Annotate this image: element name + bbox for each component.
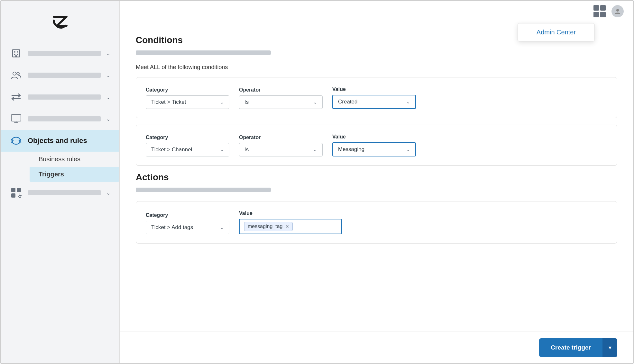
- value-select-1[interactable]: Created ⌄: [332, 95, 416, 109]
- action-category-chevron: ⌄: [220, 225, 224, 230]
- category-value-2: Ticket > Channel: [151, 146, 217, 153]
- action-row-1: Category Ticket > Add tags ⌄ Value messa…: [146, 210, 607, 234]
- category-field-1: Category Ticket > Ticket ⌄: [146, 87, 229, 109]
- category-label-2: Category: [146, 135, 229, 140]
- zendesk-logo: [51, 13, 70, 33]
- objects-icon: [10, 134, 23, 147]
- action-value-field: Value messaging_tag ✕: [239, 210, 342, 234]
- grid-sq-1: [593, 5, 599, 11]
- nav-label-bar-people: [28, 73, 101, 78]
- sidebar: ⌄ ⌄: [1, 1, 120, 363]
- value-label-2: Value: [332, 134, 416, 140]
- chevron-building: ⌄: [106, 50, 110, 57]
- user-avatar[interactable]: [611, 5, 624, 17]
- sidebar-item-apps[interactable]: ⌄: [1, 182, 119, 204]
- svg-rect-2: [17, 51, 18, 53]
- admin-center-link[interactable]: Admin Center: [537, 29, 576, 36]
- tags-input[interactable]: messaging_tag ✕: [239, 219, 342, 234]
- chevron-transfer: ⌄: [106, 94, 110, 100]
- actions-section: Actions Category Ticket > Add tags ⌄ Val…: [136, 172, 617, 244]
- category-value-1: Ticket > Ticket: [151, 99, 217, 105]
- operator-label-2: Operator: [239, 135, 323, 140]
- svg-rect-11: [11, 193, 15, 198]
- actions-title: Actions: [136, 172, 617, 182]
- operator-field-1: Operator Is ⌄: [239, 87, 323, 109]
- operator-select-1[interactable]: Is ⌄: [239, 95, 323, 109]
- operator-select-2[interactable]: Is ⌄: [239, 143, 323, 156]
- operator-label-1: Operator: [239, 87, 323, 93]
- value-value-2: Messaging: [338, 146, 403, 153]
- svg-point-6: [13, 72, 16, 75]
- grid-sq-3: [593, 12, 599, 17]
- sidebar-item-objects-label: Objects and rules: [28, 137, 87, 145]
- tag-chip-messaging: messaging_tag ✕: [244, 222, 293, 231]
- sidebar-nav: ⌄ ⌄: [1, 42, 119, 204]
- grid-sq-4: [600, 12, 606, 17]
- svg-rect-10: [17, 188, 21, 192]
- category-select-1[interactable]: Ticket > Ticket ⌄: [146, 95, 229, 109]
- admin-center-dropdown: Admin Center: [518, 23, 595, 41]
- category-chevron-1: ⌄: [220, 100, 224, 105]
- logo-area: [1, 7, 119, 42]
- value-label-1: Value: [332, 86, 416, 92]
- condition-row-1: Category Ticket > Ticket ⌄ Operator Is ⌄: [146, 86, 607, 109]
- value-chevron-2: ⌄: [406, 147, 410, 152]
- svg-rect-3: [14, 54, 15, 55]
- apps-grid-icon[interactable]: [593, 5, 606, 17]
- action-category-value: Ticket > Add tags: [151, 224, 217, 231]
- value-field-1: Value Created ⌄: [332, 86, 416, 109]
- value-value-1: Created: [338, 99, 403, 105]
- chevron-monitor: ⌄: [106, 116, 110, 122]
- sidebar-item-transfer[interactable]: ⌄: [1, 86, 119, 108]
- category-field-2: Category Ticket > Channel ⌄: [146, 135, 229, 156]
- nav-label-bar-monitor: [28, 116, 101, 121]
- operator-value-1: Is: [244, 99, 310, 105]
- nav-label-bar-building: [28, 51, 101, 56]
- chevron-people: ⌄: [106, 72, 110, 78]
- create-trigger-button[interactable]: Create trigger: [539, 338, 602, 357]
- category-chevron-2: ⌄: [220, 147, 224, 152]
- category-select-2[interactable]: Ticket > Channel ⌄: [146, 143, 229, 156]
- svg-rect-8: [11, 115, 21, 121]
- value-chevron-1: ⌄: [406, 99, 410, 104]
- create-trigger-chevron-button[interactable]: ▾: [602, 338, 617, 357]
- svg-rect-12: [19, 195, 21, 198]
- chevron-down-icon: ▾: [609, 344, 611, 351]
- condition-row-2: Category Ticket > Channel ⌄ Operator Is …: [146, 134, 607, 156]
- sub-nav-item-triggers[interactable]: Triggers: [30, 167, 119, 182]
- sidebar-item-building[interactable]: ⌄: [1, 42, 119, 64]
- sidebar-item-objects[interactable]: Objects and rules: [1, 130, 119, 152]
- svg-rect-4: [17, 54, 18, 55]
- svg-rect-1: [14, 51, 15, 53]
- operator-chevron-2: ⌄: [313, 147, 317, 152]
- svg-point-13: [616, 9, 619, 12]
- conditions-bar: [136, 50, 271, 55]
- main-content: Admin Center Conditions Meet ALL of the …: [120, 1, 633, 363]
- category-label-1: Category: [146, 87, 229, 93]
- sidebar-item-people[interactable]: ⌄: [1, 64, 119, 86]
- chevron-apps: ⌄: [106, 190, 110, 196]
- grid-sq-2: [600, 5, 606, 11]
- condition-card-2: Category Ticket > Channel ⌄ Operator Is …: [136, 125, 617, 166]
- action-category-label: Category: [146, 212, 229, 218]
- action-value-label: Value: [239, 210, 342, 216]
- value-select-2[interactable]: Messaging ⌄: [332, 142, 416, 156]
- sub-nav-business-rules: Business rules: [30, 152, 119, 167]
- sub-nav-objects: Business rules Triggers: [1, 152, 119, 182]
- apps-icon: [10, 186, 23, 199]
- sidebar-item-monitor[interactable]: ⌄: [1, 108, 119, 130]
- action-category-select[interactable]: Ticket > Add tags ⌄: [146, 221, 229, 234]
- operator-value-2: Is: [244, 146, 310, 153]
- tag-chip-text: messaging_tag: [248, 224, 283, 229]
- content-area: Conditions Meet ALL of the following con…: [120, 22, 633, 332]
- user-icon: [614, 8, 621, 14]
- actions-bar: [136, 188, 271, 192]
- monitor-icon: [10, 112, 23, 125]
- action-category-field: Category Ticket > Add tags ⌄: [146, 212, 229, 234]
- bottom-bar: Create trigger ▾: [120, 332, 633, 363]
- building-icon: [10, 47, 23, 60]
- tag-remove-btn[interactable]: ✕: [285, 224, 289, 229]
- topbar: Admin Center: [120, 1, 633, 22]
- meet-all-text: Meet ALL of the following conditions: [136, 64, 617, 71]
- condition-card-1: Category Ticket > Ticket ⌄ Operator Is ⌄: [136, 77, 617, 118]
